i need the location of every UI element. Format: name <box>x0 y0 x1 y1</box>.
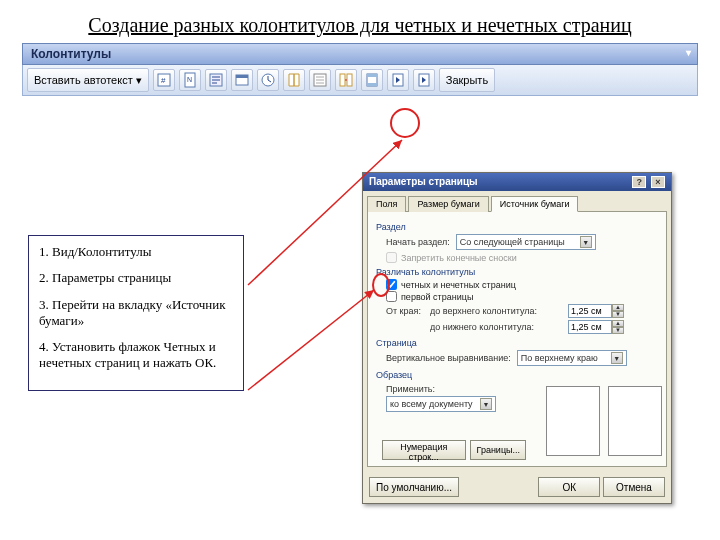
tab-paper-size[interactable]: Размер бумаги <box>408 196 488 212</box>
start-section-value: Со следующей страницы <box>460 237 565 247</box>
instruction-step: 2. Параметры страницы <box>39 270 233 286</box>
instruction-step: 1. Вид/Колонтитулы <box>39 244 233 260</box>
instruction-box: 1. Вид/Колонтитулы 2. Параметры страницы… <box>28 235 244 391</box>
show-previous-icon[interactable] <box>387 69 409 91</box>
preview-page <box>608 386 662 456</box>
header-distance-spinner[interactable]: ▲▼ <box>568 304 624 318</box>
help-icon[interactable]: ? <box>632 176 646 188</box>
instruction-step: 4. Установить флажок Четных и нечетных с… <box>39 339 233 372</box>
dialog-titlebar[interactable]: Параметры страницы ? × <box>363 173 671 191</box>
format-page-number-icon[interactable] <box>205 69 227 91</box>
page-title: Создание разных колонтитулов для четных … <box>0 0 720 43</box>
spin-down-icon[interactable]: ▼ <box>612 327 624 334</box>
odd-even-label: четных и нечетных страниц <box>401 280 516 290</box>
default-button[interactable]: По умолчанию... <box>369 477 459 497</box>
switch-header-footer-icon[interactable] <box>361 69 383 91</box>
first-page-label: первой страницы <box>401 292 473 302</box>
svg-text:#: # <box>161 76 166 85</box>
section-group-label: Раздел <box>376 222 658 232</box>
first-page-input[interactable] <box>386 291 397 302</box>
close-toolbar-button[interactable]: Закрыть <box>439 68 495 92</box>
svg-rect-6 <box>236 75 248 78</box>
apply-to-label: Применить: <box>386 384 526 394</box>
svg-rect-10 <box>347 74 352 86</box>
preview-page <box>546 386 600 456</box>
suppress-endnotes-label: Запретить конечные сноски <box>401 253 517 263</box>
chevron-down-icon[interactable]: ▼ <box>580 236 592 248</box>
svg-text:N: N <box>187 76 192 83</box>
to-bottom-label: до нижнего колонтитула: <box>430 322 562 332</box>
to-top-label: до верхнего колонтитула: <box>430 306 562 316</box>
spin-down-icon[interactable]: ▼ <box>612 311 624 318</box>
insert-autotext-button[interactable]: Вставить автотекст ▾ <box>27 68 149 92</box>
from-edge-label: От края: <box>386 306 424 316</box>
valign-combo[interactable]: По верхнему краю ▼ <box>517 350 627 366</box>
apply-to-value: ко всему документу <box>390 399 473 409</box>
tab-margins[interactable]: Поля <box>367 196 406 212</box>
header-distance-input[interactable] <box>568 304 612 318</box>
odd-even-checkbox[interactable]: четных и нечетных страниц <box>386 279 658 290</box>
tab-paper-source[interactable]: Источник бумаги <box>491 196 579 212</box>
valign-label: Вертикальное выравнивание: <box>386 353 511 363</box>
show-next-icon[interactable] <box>413 69 435 91</box>
page-group-label: Страница <box>376 338 658 348</box>
toolbar-menu-arrow-icon[interactable]: ▾ <box>686 47 691 58</box>
insert-time-icon[interactable] <box>257 69 279 91</box>
toolbar-title-bar[interactable]: Колонтитулы ▾ <box>22 43 698 65</box>
preview-group-label: Образец <box>376 370 658 380</box>
header-footer-toolbar: Колонтитулы ▾ Вставить автотекст ▾ # N З… <box>22 43 698 96</box>
start-section-combo[interactable]: Со следующей страницы ▼ <box>456 234 596 250</box>
callout-circle-page-setup <box>390 108 420 138</box>
suppress-endnotes-checkbox[interactable]: Запретить конечные сноски <box>386 252 658 263</box>
preview-pane <box>546 386 662 456</box>
svg-rect-9 <box>340 74 345 86</box>
svg-line-17 <box>248 290 374 390</box>
toolbar-title-label: Колонтитулы <box>31 47 111 61</box>
chevron-down-icon[interactable]: ▼ <box>611 352 623 364</box>
dialog-body: Раздел Начать раздел: Со следующей стран… <box>367 211 667 467</box>
chevron-down-icon[interactable]: ▼ <box>480 398 492 410</box>
insert-num-pages-icon[interactable]: N <box>179 69 201 91</box>
instruction-step: 3. Перейти на вкладку «Источник бумаги» <box>39 297 233 330</box>
start-section-label: Начать раздел: <box>386 237 450 247</box>
spin-up-icon[interactable]: ▲ <box>612 304 624 311</box>
first-page-checkbox[interactable]: первой страницы <box>386 291 658 302</box>
page-setup-icon[interactable] <box>283 69 305 91</box>
dialog-tabs: Поля Размер бумаги Источник бумаги <box>363 191 671 211</box>
dialog-title-label: Параметры страницы <box>369 176 478 188</box>
suppress-endnotes-input <box>386 252 397 263</box>
ok-button[interactable]: ОК <box>538 477 600 497</box>
insert-date-icon[interactable] <box>231 69 253 91</box>
spin-up-icon[interactable]: ▲ <box>612 320 624 327</box>
borders-button[interactable]: Границы... <box>470 440 526 460</box>
close-icon[interactable]: × <box>651 176 665 188</box>
insert-page-number-icon[interactable]: # <box>153 69 175 91</box>
svg-rect-12 <box>367 74 377 77</box>
page-setup-dialog: Параметры страницы ? × Поля Размер бумаг… <box>362 172 672 504</box>
svg-rect-13 <box>367 83 377 86</box>
show-hide-text-icon[interactable] <box>309 69 331 91</box>
footer-distance-input[interactable] <box>568 320 612 334</box>
apply-to-combo[interactable]: ко всему документу ▼ <box>386 396 496 412</box>
headers-group-label: Различать колонтитулы <box>376 267 658 277</box>
same-as-previous-icon[interactable] <box>335 69 357 91</box>
odd-even-input[interactable] <box>386 279 397 290</box>
line-numbers-button[interactable]: Нумерация строк... <box>382 440 466 460</box>
footer-distance-spinner[interactable]: ▲▼ <box>568 320 624 334</box>
cancel-button[interactable]: Отмена <box>603 477 665 497</box>
valign-value: По верхнему краю <box>521 353 598 363</box>
